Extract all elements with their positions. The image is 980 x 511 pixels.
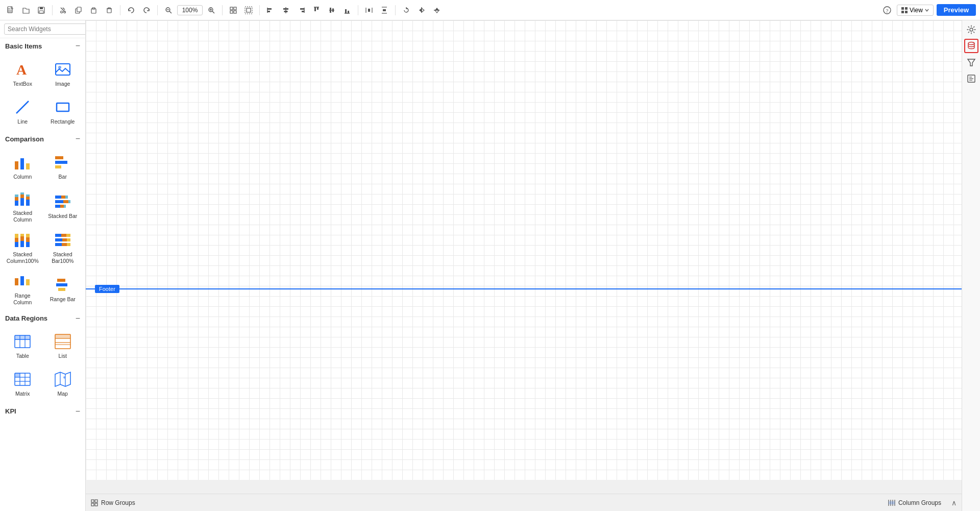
stacked-bar-100-label: Stacked Bar100% <box>45 251 81 264</box>
svg-rect-104 <box>26 234 30 237</box>
stacked-column-100-icon <box>13 231 32 249</box>
svg-rect-72 <box>15 161 18 169</box>
stacked-column-100-label: Stacked Column100% <box>5 251 40 264</box>
svg-rect-97 <box>15 238 18 242</box>
save-button[interactable] <box>35 4 48 17</box>
svg-rect-100 <box>20 236 24 241</box>
map-label: Map <box>58 391 68 397</box>
svg-rect-63 <box>901 11 904 13</box>
rotate-button[interactable] <box>400 4 413 17</box>
svg-rect-71 <box>57 103 69 111</box>
svg-rect-90 <box>55 200 63 203</box>
widget-column[interactable]: Column <box>3 148 42 184</box>
align-top-button[interactable] <box>310 4 323 17</box>
delete-button[interactable] <box>103 4 116 17</box>
widget-bar[interactable]: Bar <box>43 148 83 184</box>
undo-button[interactable] <box>125 4 138 17</box>
svg-rect-87 <box>55 196 61 199</box>
group-button[interactable] <box>227 4 240 17</box>
svg-rect-77 <box>55 165 61 168</box>
widget-list[interactable]: List <box>43 327 83 364</box>
section-comparison-toggle[interactable]: − <box>76 134 80 143</box>
widget-matrix[interactable]: Matrix <box>3 365 42 402</box>
distribute-v-button[interactable] <box>378 4 391 17</box>
right-filter-button[interactable] <box>964 55 978 69</box>
widget-range-bar[interactable]: Range Bar <box>43 268 83 308</box>
textbox-icon: A <box>13 60 32 79</box>
svg-rect-141 <box>91 503 94 506</box>
flip-v-button[interactable] <box>430 4 444 17</box>
svg-rect-85 <box>26 197 30 200</box>
widget-table[interactable]: Table <box>3 327 42 364</box>
right-expression-button[interactable] <box>964 71 978 86</box>
redo-button[interactable] <box>140 4 153 17</box>
svg-rect-142 <box>95 503 97 506</box>
align-middle-button[interactable] <box>325 4 338 17</box>
svg-rect-12 <box>77 7 81 12</box>
cut-button[interactable] <box>57 4 70 17</box>
svg-rect-26 <box>234 11 236 13</box>
column-icon <box>13 153 32 172</box>
svg-rect-103 <box>26 237 30 242</box>
widget-stacked-bar[interactable]: Stacked Bar <box>43 185 83 226</box>
rectangle-icon <box>54 98 72 116</box>
align-left-button[interactable] <box>264 4 277 17</box>
widget-line[interactable]: Line <box>3 92 42 129</box>
help-button[interactable]: ? <box>880 4 894 17</box>
zoom-out-button[interactable] <box>162 4 175 17</box>
svg-marker-54 <box>419 8 422 12</box>
align-right-button[interactable] <box>295 4 308 17</box>
new-file-button[interactable] <box>4 4 17 17</box>
zoom-in-button[interactable] <box>205 4 218 17</box>
separator-1 <box>52 5 53 15</box>
section-kpi-toggle[interactable]: − <box>76 407 80 416</box>
widget-range-column[interactable]: Range Column <box>3 268 42 308</box>
svg-rect-75 <box>55 156 63 159</box>
svg-rect-62 <box>905 7 908 10</box>
view-button[interactable]: View <box>897 5 934 16</box>
section-basic-items: Basic Items − <box>0 38 85 53</box>
svg-marker-55 <box>422 8 424 12</box>
svg-marker-150 <box>968 59 975 66</box>
range-bar-icon <box>54 276 72 294</box>
section-data-regions-label: Data Regions <box>5 314 47 322</box>
right-data-button[interactable] <box>964 39 978 53</box>
separator-6 <box>358 5 358 15</box>
widget-map[interactable]: Map <box>43 365 83 402</box>
widget-stacked-column-100[interactable]: Stacked Column100% <box>3 227 42 267</box>
line-icon <box>13 98 32 116</box>
svg-rect-6 <box>39 11 43 13</box>
svg-marker-57 <box>435 8 439 10</box>
widget-stacked-column[interactable]: Stacked Column <box>3 185 42 226</box>
search-input[interactable] <box>4 23 86 35</box>
section-data-regions-toggle[interactable]: − <box>76 314 80 323</box>
svg-rect-108 <box>55 238 62 241</box>
widget-stacked-bar-100[interactable]: Stacked Bar100% <box>43 227 83 267</box>
row-groups-label: Row Groups <box>101 499 135 506</box>
widget-textbox[interactable]: A TextBox <box>3 55 42 91</box>
svg-rect-109 <box>62 238 67 241</box>
column-groups-label: Column Groups <box>898 499 941 506</box>
canvas[interactable]: Footer <box>86 20 962 480</box>
open-button[interactable] <box>19 4 33 17</box>
canvas-scroll[interactable]: Footer <box>86 20 962 494</box>
column-groups-icon <box>888 499 895 506</box>
ungroup-button[interactable] <box>242 4 255 17</box>
widget-image[interactable]: Image <box>43 55 83 91</box>
svg-rect-30 <box>267 8 272 10</box>
distribute-h-button[interactable] <box>362 4 376 17</box>
bottom-panel-collapse-button[interactable]: ∧ <box>951 499 957 507</box>
widget-rectangle[interactable]: Rectangle <box>43 92 83 129</box>
preview-button[interactable]: Preview <box>937 4 976 16</box>
section-basic-items-toggle[interactable]: − <box>76 41 80 51</box>
copy-button[interactable] <box>72 4 85 17</box>
paste-button[interactable] <box>87 4 101 17</box>
basic-items-grid: A TextBox Image Line <box>0 53 85 131</box>
svg-rect-45 <box>345 9 347 13</box>
align-bottom-button[interactable] <box>340 4 354 17</box>
svg-rect-98 <box>15 234 18 238</box>
right-settings-button[interactable] <box>964 22 978 37</box>
separator-7 <box>395 5 396 15</box>
flip-h-button[interactable] <box>415 4 428 17</box>
align-center-h-button[interactable] <box>279 4 292 17</box>
